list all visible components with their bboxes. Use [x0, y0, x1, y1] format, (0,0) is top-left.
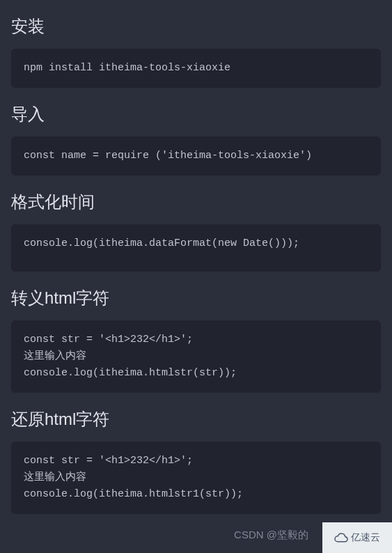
- watermark-yisu: 亿速云: [322, 522, 392, 553]
- section-heading-import: 导入: [11, 103, 381, 125]
- code-block-escape-html: const str = '<h1>232</h1>'; 这里输入内容 conso…: [11, 320, 381, 393]
- section-heading-unescape-html: 还原html字符: [11, 408, 381, 430]
- document-content: 安装 npm install itheima-tools-xiaoxie 导入 …: [0, 15, 392, 514]
- watermark-csdn: CSDN @坚毅的: [234, 529, 308, 542]
- section-heading-escape-html: 转义html字符: [11, 287, 381, 309]
- code-block-install: npm install itheima-tools-xiaoxie: [11, 49, 381, 88]
- watermark-yisu-label: 亿速云: [351, 531, 380, 544]
- code-block-format-time: console.log(itheima.dataFormat(new Date(…: [11, 224, 381, 272]
- section-heading-format-time: 格式化时间: [11, 191, 381, 213]
- section-heading-install: 安装: [11, 15, 381, 38]
- code-block-unescape-html: const str = '<h1>232</h1>'; 这里输入内容 conso…: [11, 442, 381, 514]
- code-block-import: const name = require ('itheima-tools-xia…: [11, 137, 381, 176]
- cloud-icon: [334, 533, 348, 543]
